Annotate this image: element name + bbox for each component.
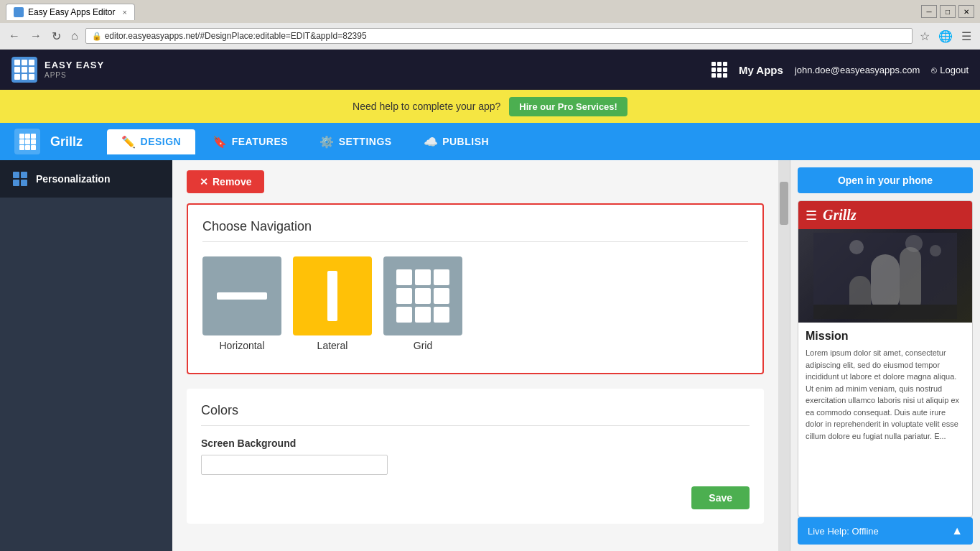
- main-layout: Personalization ✕ Remove Choose Navigati…: [0, 160, 980, 551]
- app-icon-cell: [31, 134, 36, 139]
- grid-dot: [723, 62, 727, 66]
- features-icon: 🔖: [213, 135, 228, 149]
- logout-label: Logout: [940, 65, 969, 75]
- tab-settings-label: SETTINGS: [339, 136, 392, 147]
- tab-publish[interactable]: ☁️ PUBLISH: [409, 129, 503, 154]
- tab-publish-label: PUBLISH: [442, 136, 489, 147]
- minimize-button[interactable]: ─: [921, 5, 937, 18]
- address-text: editor.easyeasyapps.net/#DesignPlace:edi…: [105, 31, 367, 41]
- colors-section: Colors Screen Background Save: [187, 389, 764, 524]
- svg-rect-5: [871, 254, 900, 312]
- remove-x-icon: ✕: [200, 176, 208, 187]
- back-button[interactable]: ←: [6, 28, 23, 44]
- grid-icon-nav: [396, 269, 449, 323]
- nav-option-lateral[interactable]: Lateral: [293, 256, 372, 351]
- grid-cell: [415, 288, 431, 304]
- tab-features-label: FEATURES: [232, 136, 288, 147]
- colors-title: Colors: [201, 403, 750, 426]
- logo-dot: [22, 74, 27, 80]
- logo-dot: [22, 60, 27, 65]
- phone-hero: [798, 229, 972, 323]
- phone-mission-title: Mission: [806, 330, 965, 343]
- app-icon-cell: [31, 139, 36, 144]
- scroll-thumb[interactable]: [780, 182, 788, 225]
- phone-hero-overlay: [798, 229, 972, 323]
- hire-pro-button[interactable]: Hire our Pro Services!: [509, 97, 627, 116]
- content-area: ✕ Remove Choose Navigation Horizontal: [172, 160, 778, 551]
- refresh-button[interactable]: ↻: [49, 28, 64, 45]
- publish-icon: ☁️: [424, 135, 439, 149]
- nav-option-grid[interactable]: Grid: [383, 256, 462, 351]
- globe-button[interactable]: 🌐: [935, 28, 956, 45]
- app-icon-cell: [25, 139, 30, 144]
- app-icon-inner: [19, 134, 36, 150]
- svg-rect-2: [13, 180, 19, 186]
- grid-cell: [434, 288, 449, 304]
- my-apps-link[interactable]: My Apps: [739, 64, 783, 76]
- screen-bg-input[interactable]: [201, 455, 388, 475]
- open-in-phone-button[interactable]: Open in your phone: [798, 167, 973, 193]
- nav-option-grid-label: Grid: [414, 340, 432, 351]
- bookmark-button[interactable]: ☆: [917, 28, 933, 45]
- color-input-row: [201, 455, 750, 475]
- sidebar-item-personalization-label: Personalization: [36, 173, 110, 185]
- remove-label: Remove: [213, 176, 251, 187]
- logo-dot: [29, 67, 34, 73]
- scroll-rail[interactable]: [778, 160, 790, 551]
- app-icon-square: [14, 129, 40, 154]
- logo-dot: [14, 60, 20, 65]
- browser-tab[interactable]: Easy Easy Apps Editor ×: [6, 4, 135, 20]
- menu-button[interactable]: ☰: [958, 28, 974, 45]
- tab-design-label: DESIGN: [141, 136, 182, 147]
- screen-bg-label: Screen Background: [201, 437, 750, 449]
- tab-features[interactable]: 🔖 FEATURES: [198, 129, 302, 154]
- close-button[interactable]: ✕: [958, 5, 974, 18]
- logo-text: EASY EASY APPS: [45, 60, 104, 78]
- logo-sub-text: APPS: [45, 71, 104, 79]
- grid-dot: [717, 68, 722, 72]
- forward-button[interactable]: →: [27, 28, 45, 44]
- logo-dot: [14, 67, 20, 73]
- app-header: EASY EASY APPS My Apps john.doe@easyeasy…: [0, 50, 980, 90]
- remove-button[interactable]: ✕ Remove: [187, 170, 264, 193]
- logo-main-text: EASY EASY: [45, 60, 104, 70]
- app-toolbar: Grillz ✏️ DESIGN 🔖 FEATURES ⚙️ SETTINGS …: [0, 123, 980, 160]
- svg-rect-8: [813, 305, 957, 319]
- nav-option-horizontal[interactable]: Horizontal: [202, 256, 281, 351]
- save-button[interactable]: Save: [691, 486, 750, 509]
- logo-dot: [29, 60, 34, 65]
- window-controls: ─ □ ✕: [921, 5, 974, 18]
- remove-bar: ✕ Remove: [172, 160, 778, 203]
- sidebar-item-personalization[interactable]: Personalization: [0, 160, 172, 198]
- svg-rect-6: [900, 247, 921, 312]
- phone-mission-text: Lorem ipsum dolor sit amet, consectetur …: [806, 347, 965, 442]
- tab-close-button[interactable]: ×: [122, 8, 126, 17]
- grid-cell: [396, 288, 412, 304]
- user-email: john.doe@easyeasyapps.com: [795, 65, 920, 75]
- help-banner-text: Need help to complete your app?: [353, 101, 500, 112]
- app-icon-cell: [19, 134, 24, 139]
- lock-icon: 🔒: [92, 32, 102, 41]
- tab-title: Easy Easy Apps Editor: [28, 7, 115, 17]
- phone-screen: ☰ Grillz: [798, 200, 973, 517]
- live-help-bar[interactable]: Live Help: Offline ▲: [798, 517, 973, 545]
- grid-cell: [396, 269, 412, 285]
- app-logo: EASY EASY APPS: [11, 57, 104, 83]
- browser-chrome: Easy Easy Apps Editor × ─ □ ✕ ← → ↻ ⌂ 🔒 …: [0, 0, 980, 50]
- tab-design[interactable]: ✏️ DESIGN: [107, 129, 195, 154]
- restore-button[interactable]: □: [940, 5, 956, 18]
- help-banner: Need help to complete your app? Hire our…: [0, 90, 980, 123]
- grid-dot: [723, 68, 727, 72]
- address-bar[interactable]: 🔒 editor.easyeasyapps.net/#DesignPlace:e…: [85, 28, 913, 44]
- header-nav: My Apps john.doe@easyeasyapps.com ⎋ Logo…: [711, 62, 969, 78]
- tab-settings[interactable]: ⚙️ SETTINGS: [305, 129, 406, 154]
- logout-icon: ⎋: [931, 65, 937, 75]
- nav-option-horizontal-label: Horizontal: [219, 340, 264, 351]
- grid-cell: [415, 269, 431, 285]
- apps-grid-icon[interactable]: [711, 62, 727, 78]
- app-name: Grillz: [50, 134, 83, 149]
- logout-button[interactable]: ⎋ Logout: [931, 65, 969, 75]
- home-button[interactable]: ⌂: [68, 28, 81, 44]
- horizontal-bar: [217, 292, 267, 300]
- browser-addressbar: ← → ↻ ⌂ 🔒 editor.easyeasyapps.net/#Desig…: [0, 23, 980, 49]
